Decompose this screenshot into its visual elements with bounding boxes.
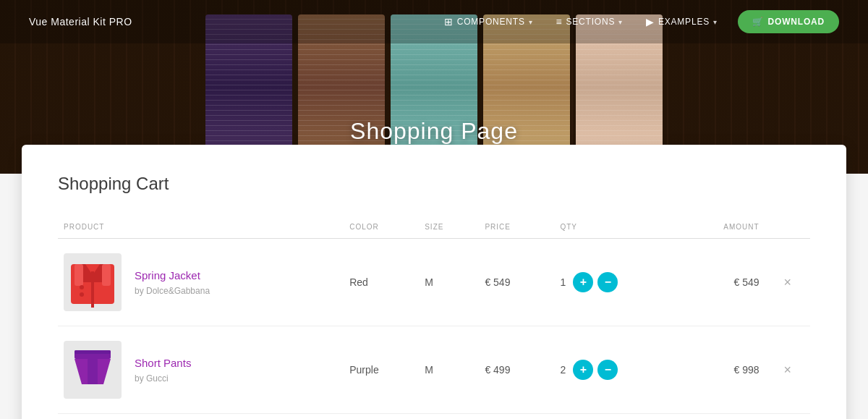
product-size-jacket: M xyxy=(419,239,479,326)
svg-rect-11 xyxy=(75,350,111,354)
product-brand-pants: by Gucci xyxy=(135,373,169,384)
navbar: Vue Material Kit PRO ⊞ COMPONENTS ▾ ≡ SE… xyxy=(0,0,868,43)
product-color-jacket: Red xyxy=(344,239,419,326)
product-brand-jacket: by Dolce&Gabbana xyxy=(135,286,210,296)
cart-table: PRODUCT COLOR SIZE PRICE QTY AMOUNT xyxy=(58,216,810,414)
nav-label-components: COMPONENTS xyxy=(457,17,525,27)
qty-decrease-jacket[interactable]: − xyxy=(597,272,618,292)
product-image-pants xyxy=(64,341,122,399)
product-qty-jacket: 1 + − xyxy=(554,239,689,326)
svg-rect-10 xyxy=(88,359,98,384)
sections-icon: ≡ xyxy=(556,16,563,27)
product-name-pants[interactable]: Short Pants xyxy=(135,357,191,369)
qty-increase-pants[interactable]: + xyxy=(573,360,593,380)
product-price-pants: € 499 xyxy=(479,326,554,414)
table-header-row: PRODUCT COLOR SIZE PRICE QTY AMOUNT xyxy=(58,216,810,239)
content-area: Shopping Cart PRODUCT COLOR SIZE PRICE Q… xyxy=(22,145,846,419)
qty-increase-jacket[interactable]: + xyxy=(573,272,593,292)
examples-icon: ▶ xyxy=(646,16,655,27)
table-row: Short Pants by Gucci Purple M € 499 2 + … xyxy=(58,326,810,414)
nav-label-sections: SECTIONS xyxy=(566,17,616,27)
table-row: Spring Jacket by Dolce&Gabbana Red M € 5… xyxy=(58,239,810,326)
product-cell-jacket: Spring Jacket by Dolce&Gabbana xyxy=(58,239,344,326)
product-cell-pants: Short Pants by Gucci xyxy=(58,326,344,414)
navbar-brand: Vue Material Kit PRO xyxy=(29,16,435,27)
svg-rect-3 xyxy=(75,264,83,286)
remove-button-jacket[interactable]: × xyxy=(778,272,798,293)
col-header-price: PRICE xyxy=(479,216,554,239)
col-header-qty: QTY xyxy=(554,216,689,239)
nav-label-examples: EXAMPLES xyxy=(658,17,710,27)
nav-item-sections[interactable]: ≡ SECTIONS ▾ xyxy=(548,10,632,33)
download-label: DOWNLOAD xyxy=(768,17,825,27)
remove-button-pants[interactable]: × xyxy=(778,360,798,381)
qty-value-pants: 2 xyxy=(560,364,569,376)
navbar-links: ⊞ COMPONENTS ▾ ≡ SECTIONS ▾ ▶ EXAMPLES ▾… xyxy=(435,10,839,33)
qty-value-jacket: 1 xyxy=(560,276,569,288)
product-qty-pants: 2 + − xyxy=(554,326,689,414)
product-amount-jacket: € 549 xyxy=(690,239,765,326)
product-price-jacket: € 549 xyxy=(479,239,554,326)
product-remove-pants: × xyxy=(765,326,810,414)
cart-icon: 🛒 xyxy=(752,17,764,27)
cart-title: Shopping Cart xyxy=(58,174,810,194)
hero-title: Shopping Page xyxy=(350,118,518,145)
components-icon: ⊞ xyxy=(444,16,454,27)
nav-item-components[interactable]: ⊞ COMPONENTS ▾ xyxy=(435,10,542,33)
nav-item-examples[interactable]: ▶ EXAMPLES ▾ xyxy=(637,10,726,33)
svg-point-5 xyxy=(80,285,84,289)
product-image-jacket xyxy=(64,253,122,311)
col-header-size: SIZE xyxy=(419,216,479,239)
svg-rect-2 xyxy=(91,271,94,308)
product-amount-pants: € 998 xyxy=(690,326,765,414)
product-color-pants: Purple xyxy=(344,326,419,414)
download-button[interactable]: 🛒 DOWNLOAD xyxy=(738,10,839,33)
product-remove-jacket: × xyxy=(765,239,810,326)
col-header-remove xyxy=(765,216,810,239)
col-header-amount: AMOUNT xyxy=(690,216,765,239)
chevron-down-icon: ▾ xyxy=(529,18,533,26)
product-name-jacket[interactable]: Spring Jacket xyxy=(135,269,210,282)
chevron-down-icon-3: ▾ xyxy=(713,18,718,26)
col-header-color: COLOR xyxy=(344,216,419,239)
qty-decrease-pants[interactable]: − xyxy=(597,360,618,380)
svg-rect-4 xyxy=(102,264,111,286)
svg-point-6 xyxy=(80,292,84,297)
product-size-pants: M xyxy=(419,326,479,414)
col-header-product: PRODUCT xyxy=(58,216,344,239)
chevron-down-icon-2: ▾ xyxy=(618,18,623,26)
